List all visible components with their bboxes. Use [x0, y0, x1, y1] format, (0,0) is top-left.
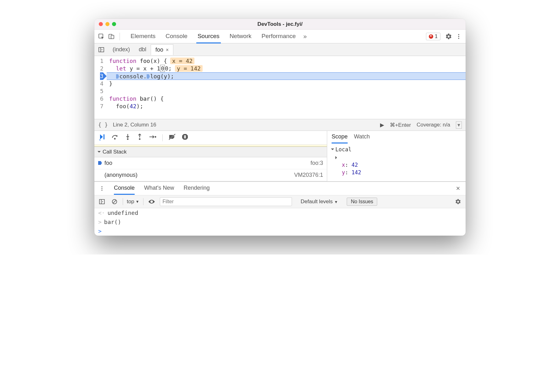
close-drawer-icon[interactable]: × — [454, 184, 462, 193]
coverage-label: Coverage: n/a — [417, 122, 450, 128]
separator — [162, 134, 163, 141]
call-stack-header[interactable]: Call Stack — [94, 147, 327, 157]
code-line[interactable]: let y = x + 100;y = 142 — [107, 65, 466, 72]
code-editor[interactable]: 1234567 function foo(x) {x = 42 let y = … — [94, 56, 466, 119]
step-icon[interactable] — [148, 133, 157, 142]
tab-performance[interactable]: Performance — [261, 30, 296, 43]
log-levels-selector[interactable]: Default levels ▼ — [301, 199, 338, 205]
drawer-menu-icon[interactable] — [98, 184, 106, 193]
pause-exceptions-icon[interactable] — [182, 133, 188, 142]
navigator-toggle-icon[interactable] — [97, 45, 106, 54]
drawer: ConsoleWhat's NewRendering × top ▼ Defau… — [94, 182, 466, 236]
deactivate-breakpoints-icon[interactable] — [168, 133, 176, 142]
svg-point-19 — [151, 201, 152, 202]
scope-variable[interactable]: y: 142 — [331, 169, 462, 176]
tab-console[interactable]: Console — [165, 30, 188, 43]
file-tab-foo[interactable]: foo× — [151, 44, 173, 55]
code-line[interactable]: function bar() { — [107, 95, 466, 103]
tab-scope[interactable]: Scope — [332, 133, 348, 143]
svg-rect-6 — [99, 48, 104, 52]
line-gutter[interactable]: 1234567 — [94, 56, 107, 119]
editor-statusbar: { } Line 2, Column 16 ▶ ⌘+Enter Coverage… — [94, 119, 466, 131]
line-number[interactable]: 7 — [100, 103, 104, 110]
code-body[interactable]: function foo(x) {x = 42 let y = x + 100;… — [107, 56, 466, 119]
code-line[interactable]: } — [107, 80, 466, 87]
chevron-down-icon — [331, 148, 334, 152]
svg-point-14 — [101, 186, 102, 187]
call-stack-list: foofoo:3(anonymous)VM20376:1 — [94, 157, 327, 181]
tab-watch[interactable]: Watch — [354, 133, 370, 143]
console-output: <·undefined — [94, 208, 466, 217]
svg-point-5 — [458, 38, 459, 39]
console-filter-input[interactable] — [160, 197, 292, 206]
console-input[interactable]: > — [94, 227, 466, 236]
code-line[interactable]: foo(42); — [107, 103, 466, 110]
run-snippet-icon[interactable]: ▶ — [380, 122, 384, 128]
tab-sources[interactable]: Sources — [197, 30, 220, 43]
device-toolbar-icon[interactable] — [107, 32, 116, 41]
file-tab-index[interactable]: (index) — [108, 44, 134, 55]
line-number[interactable]: 4 — [100, 80, 104, 87]
step-out-icon[interactable] — [137, 133, 143, 142]
svg-point-15 — [101, 188, 102, 189]
console-sidebar-icon[interactable] — [98, 197, 106, 206]
kebab-menu-icon[interactable] — [454, 32, 463, 41]
pretty-print-icon[interactable]: { } — [98, 122, 108, 128]
line-number[interactable]: 2 — [100, 65, 104, 72]
close-tab-icon[interactable]: × — [166, 47, 169, 53]
chevron-down-icon — [98, 151, 101, 154]
clear-console-icon[interactable] — [110, 197, 119, 206]
svg-rect-12 — [184, 135, 185, 138]
error-count: 1 — [435, 34, 438, 39]
main-tabs: ElementsConsoleSourcesNetworkPerformance — [130, 30, 296, 43]
call-stack-frame[interactable]: foofoo:3 — [94, 157, 327, 169]
console-output[interactable]: <·undefined>bar()> — [94, 208, 466, 236]
line-number[interactable]: 5 — [100, 87, 104, 95]
tab-elements[interactable]: Elements — [130, 30, 156, 43]
scope-section-local[interactable]: Local — [331, 145, 462, 154]
svg-point-4 — [458, 36, 459, 37]
scope-variable[interactable]: x: 42 — [331, 161, 462, 169]
drawer-tab-console[interactable]: Console — [114, 182, 135, 195]
scope-variable[interactable]: this: Window — [331, 154, 462, 161]
issues-button[interactable]: No Issues — [347, 198, 377, 206]
svg-point-11 — [155, 136, 156, 138]
code-line[interactable]: console.log(y); — [107, 72, 466, 80]
code-line[interactable]: function foo(x) {x = 42 — [107, 57, 466, 65]
step-into-icon[interactable] — [125, 133, 131, 142]
svg-rect-13 — [185, 135, 186, 138]
step-over-icon[interactable] — [111, 133, 119, 142]
window-title: DevTools - jec.fyi/ — [94, 21, 466, 27]
console-toolbar: top ▼ Default levels ▼ No Issues — [94, 195, 466, 208]
svg-point-16 — [101, 190, 102, 191]
tab-network[interactable]: Network — [229, 30, 252, 43]
resume-icon[interactable] — [99, 133, 106, 142]
call-stack-frame[interactable]: (anonymous)VM20376:1 — [94, 169, 327, 181]
svg-rect-7 — [104, 134, 104, 139]
collapse-sidebar-icon[interactable]: ▾ — [456, 121, 462, 129]
separator — [120, 33, 120, 40]
file-tab-dbl[interactable]: dbl — [134, 44, 151, 55]
svg-rect-2 — [111, 35, 114, 39]
scope-body: Local this: Window x: 42 y: 142 — [327, 143, 466, 178]
console-cmd: >bar() — [94, 217, 466, 227]
debugger-pane: Call Stack foofoo:3(anonymous)VM20376:1 … — [94, 131, 466, 182]
live-expression-icon[interactable] — [147, 197, 156, 206]
devtools-window: DevTools - jec.fyi/ ElementsConsoleSourc… — [94, 19, 466, 236]
console-settings-icon[interactable] — [454, 197, 462, 206]
cursor-position: Line 2, Column 16 — [113, 122, 156, 128]
drawer-tabstrip: ConsoleWhat's NewRendering × — [94, 182, 466, 195]
code-line[interactable] — [107, 87, 466, 95]
scope-watch-tabs: ScopeWatch — [327, 131, 466, 143]
line-number[interactable]: 1 — [100, 57, 104, 65]
inspect-element-icon[interactable] — [97, 32, 106, 41]
more-tabs-icon[interactable]: » — [303, 33, 307, 40]
drawer-tab-rendering[interactable]: Rendering — [184, 182, 210, 195]
main-tabstrip: ElementsConsoleSourcesNetworkPerformance… — [94, 30, 466, 43]
settings-icon[interactable] — [444, 32, 453, 41]
line-number[interactable]: 6 — [100, 95, 104, 103]
line-number[interactable]: 3 — [100, 72, 104, 80]
context-selector[interactable]: top ▼ — [127, 199, 139, 205]
drawer-tab-what-s-new[interactable]: What's New — [144, 182, 174, 195]
error-count-badge[interactable]: 1 — [426, 33, 440, 40]
